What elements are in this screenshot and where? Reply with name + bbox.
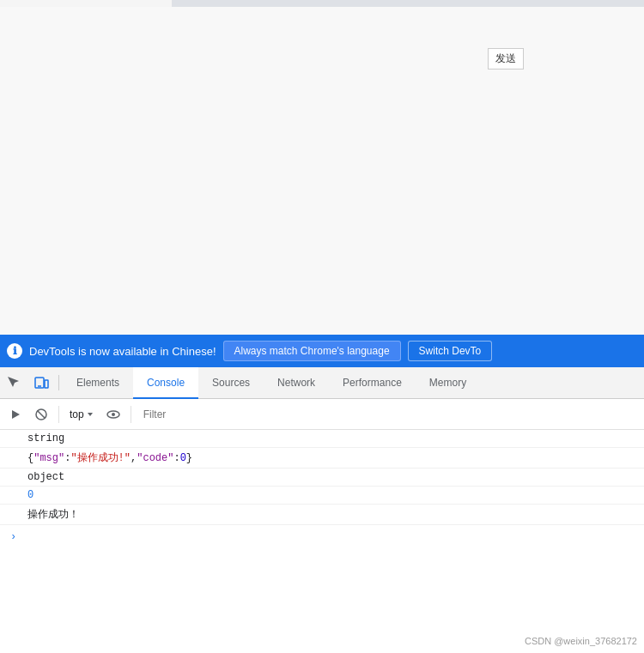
watermark: CSDN @weixin_37682172 xyxy=(525,636,637,646)
console-text-number: 0 xyxy=(27,489,33,501)
json-comma: , xyxy=(131,452,137,464)
run-button[interactable] xyxy=(3,402,27,426)
svg-marker-3 xyxy=(12,410,20,419)
json-close-brace: } xyxy=(186,452,192,464)
prompt-arrow-icon: › xyxy=(10,531,16,543)
chevron-down-icon xyxy=(86,410,94,419)
svg-line-5 xyxy=(38,410,46,418)
console-text-chinese: 操作成功！ xyxy=(27,507,79,522)
json-open-brace: { xyxy=(27,452,33,464)
json-value-msg: "操作成功!" xyxy=(70,450,131,465)
tab-memory[interactable]: Memory xyxy=(416,367,480,399)
switch-devtools-button[interactable]: Switch DevTo xyxy=(408,341,493,361)
json-colon-1: : xyxy=(64,452,70,464)
console-row-json: {"msg":"操作成功!","code":0} xyxy=(0,448,644,469)
tab-bar xyxy=(0,0,644,7)
device-toggle-button[interactable] xyxy=(27,366,55,398)
json-value-code: 0 xyxy=(180,452,186,464)
banner-text: DevTools is now available in Chinese! xyxy=(29,345,216,358)
tab-separator xyxy=(58,375,59,390)
tab-bar-inner xyxy=(0,0,172,7)
info-icon: ℹ xyxy=(7,343,22,359)
json-colon-2: : xyxy=(173,452,179,464)
devtools-tabs-bar: Elements Console Sources Network Perform… xyxy=(0,367,644,399)
console-row-number: 0 xyxy=(0,487,644,505)
devtools-banner: ℹ DevTools is now available in Chinese! … xyxy=(0,335,644,367)
page-content: 发送 xyxy=(0,7,644,335)
svg-rect-1 xyxy=(45,380,48,388)
tab-sources[interactable]: Sources xyxy=(198,367,264,399)
tab-performance[interactable]: Performance xyxy=(329,367,416,399)
toolbar-separator-2 xyxy=(131,406,131,423)
match-language-button[interactable]: Always match Chrome's language xyxy=(223,341,401,361)
context-label: top xyxy=(70,408,84,420)
context-selector[interactable]: top xyxy=(64,407,100,422)
console-row-object: object xyxy=(0,469,644,487)
devtools-panel: Elements Console Sources Network Perform… xyxy=(0,367,644,653)
send-button[interactable]: 发送 xyxy=(488,48,524,70)
svg-point-8 xyxy=(112,413,115,416)
tab-network[interactable]: Network xyxy=(264,367,329,399)
inspect-element-button[interactable] xyxy=(0,366,27,398)
console-text-string: string xyxy=(27,432,64,444)
eye-button[interactable] xyxy=(101,402,125,426)
json-key-code: "code" xyxy=(137,452,173,464)
toolbar-separator-1 xyxy=(58,406,59,423)
browser-area: 发送 xyxy=(0,0,644,335)
tab-elements[interactable]: Elements xyxy=(63,367,133,399)
console-output: string {"msg":"操作成功!","code":0} object 0… xyxy=(0,430,644,653)
tab-console[interactable]: Console xyxy=(133,367,198,399)
console-row-chinese: 操作成功！ xyxy=(0,505,644,525)
filter-input[interactable] xyxy=(137,404,641,425)
console-text-object: object xyxy=(27,471,64,483)
console-prompt[interactable]: › xyxy=(0,525,644,549)
svg-marker-6 xyxy=(88,413,93,416)
json-key-msg: "msg" xyxy=(33,452,64,464)
clear-console-button[interactable] xyxy=(29,402,53,426)
console-toolbar: top xyxy=(0,399,644,430)
console-row-string: string xyxy=(0,430,644,448)
